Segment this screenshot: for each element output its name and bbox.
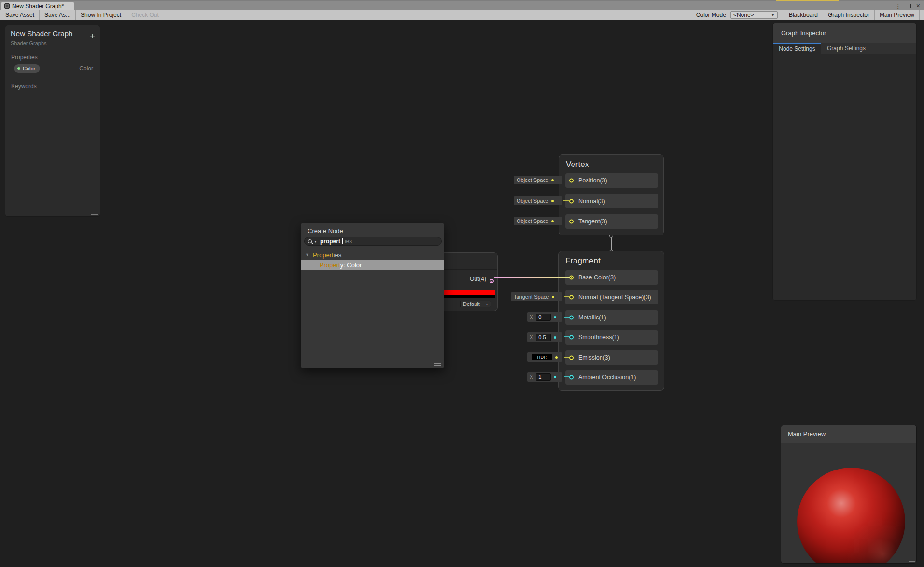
group-match-text: Propert: [313, 251, 334, 259]
color-mode-dropdown[interactable]: <None> ▼: [730, 11, 778, 19]
property-pill-label: Color: [23, 66, 35, 71]
search-filter-chevron-icon[interactable]: ▼: [314, 240, 317, 243]
blackboard-header[interactable]: New Shader Graph Shader Graphs +: [5, 25, 100, 50]
search-suggestion-text: ies: [345, 238, 352, 245]
edge-color-to-basecolor[interactable]: [494, 277, 570, 278]
chip-label: Tangent Space: [514, 294, 549, 300]
slot-label: Normal (Tangent Space)(3): [578, 294, 651, 301]
add-property-button[interactable]: +: [90, 31, 95, 41]
node-search-input[interactable]: ▼ properties: [304, 237, 442, 246]
x-label: X: [530, 334, 533, 340]
chip-connector: [563, 180, 569, 180]
foldout-arrow-icon[interactable]: ▼: [305, 252, 309, 257]
port-position[interactable]: [569, 179, 574, 183]
window-menu-icon[interactable]: ⋮: [895, 3, 901, 9]
preview-sphere[interactable]: [797, 468, 905, 564]
text-cursor: [342, 238, 343, 244]
maximize-icon[interactable]: [907, 4, 911, 8]
chip-dot-icon: [554, 316, 556, 318]
save-asset-button[interactable]: Save Asset: [0, 10, 40, 20]
chip-dot-icon: [551, 220, 554, 222]
tree-group-properties[interactable]: ▼ Properties: [301, 249, 444, 260]
port-metallic[interactable]: [569, 316, 574, 320]
item-rest-text: y: Color: [340, 262, 362, 269]
vertex-master-node[interactable]: Vertex Position(3) Normal(3) Tangent(3): [559, 154, 664, 235]
port-emission[interactable]: [569, 356, 574, 360]
main-preview-title: Main Preview: [788, 430, 826, 438]
port-ambient-occlusion[interactable]: [569, 375, 574, 380]
hdr-color-swatch[interactable]: HDR: [532, 354, 552, 360]
main-preview-header[interactable]: Main Preview: [781, 425, 916, 443]
port-normal-ts[interactable]: [569, 295, 574, 300]
keywords-section-label: Keywords: [5, 79, 100, 90]
chevron-down-icon: ▼: [771, 13, 775, 17]
default-chip-smoothness[interactable]: X 0.5: [527, 332, 562, 342]
main-preview-panel: Main Preview: [781, 425, 917, 564]
save-as-button[interactable]: Save As...: [40, 10, 76, 20]
blackboard-panel: New Shader Graph Shader Graphs + Propert…: [5, 25, 100, 217]
default-chip-object-space[interactable]: Object Space: [514, 196, 562, 205]
chip-connector: [564, 296, 569, 297]
default-chip-object-space[interactable]: Object Space: [514, 217, 562, 225]
document-tab[interactable]: New Shader Graph*: [1, 2, 74, 10]
slot-emission: Emission(3): [565, 350, 658, 365]
chevron-down-icon: ▼: [485, 303, 489, 306]
tab-node-settings[interactable]: Node Settings: [773, 43, 821, 54]
titlebar: New Shader Graph* ⋮ ×: [0, 1, 924, 10]
tab-graph-settings[interactable]: Graph Settings: [821, 43, 871, 54]
default-chip-tangent-space[interactable]: Tangent Space: [511, 292, 562, 301]
x-label: X: [530, 374, 533, 380]
slot-normal: Normal(3): [565, 194, 658, 208]
chip-connector: [564, 376, 569, 377]
default-chip-object-space[interactable]: Object Space: [514, 176, 562, 184]
smoothness-value-field[interactable]: 0.5: [536, 334, 551, 341]
property-type-label: Color: [79, 65, 93, 72]
group-rest-text: ies: [334, 251, 342, 259]
port-smoothness[interactable]: [569, 335, 574, 340]
preview-resize-handle[interactable]: [909, 561, 915, 562]
graph-inspector-header[interactable]: Graph Inspector: [773, 23, 916, 43]
slot-base-color: Base Color(3): [565, 270, 658, 285]
main-preview-toggle-button[interactable]: Main Preview: [874, 10, 920, 20]
property-pill-color[interactable]: Color: [14, 64, 40, 73]
graph-inspector-toggle-button[interactable]: Graph Inspector: [823, 10, 874, 20]
inspector-tab-bar: Node Settings Graph Settings: [773, 43, 916, 54]
ambient-occlusion-value-field[interactable]: 1: [536, 373, 551, 381]
port-tangent[interactable]: [569, 220, 574, 224]
chip-connector: [564, 336, 569, 337]
metallic-value-field[interactable]: 0: [536, 314, 551, 321]
dialog-resize-handle[interactable]: [434, 365, 441, 366]
slot-smoothness: Smoothness(1): [565, 330, 658, 345]
stack-connector-line: [611, 237, 612, 250]
color-mode-label: Color Mode: [696, 12, 730, 18]
chip-dot-icon: [551, 200, 554, 202]
slot-label: Position(3): [578, 177, 607, 184]
port-normal[interactable]: [569, 199, 574, 204]
slot-tangent: Tangent(3): [565, 214, 658, 229]
document-title: New Shader Graph*: [12, 3, 64, 10]
color-mode-default-dropdown[interactable]: Default ▼: [460, 301, 491, 307]
chip-connector: [563, 221, 569, 221]
check-out-button[interactable]: Check Out: [126, 10, 164, 20]
close-icon[interactable]: ×: [916, 2, 920, 9]
blackboard-toggle-button[interactable]: Blackboard: [784, 10, 823, 20]
slot-label: Metallic(1): [578, 314, 606, 321]
slot-label: Ambient Occlusion(1): [578, 374, 636, 381]
fragment-master-node[interactable]: Fragment Base Color(3) Normal (Tangent S…: [558, 251, 664, 391]
blackboard-resize-handle[interactable]: [91, 214, 98, 215]
color-mode-default-value: Default: [463, 301, 480, 307]
blackboard-title: New Shader Graph: [11, 29, 95, 38]
default-chip-ambient-occlusion[interactable]: X 1: [527, 372, 562, 382]
chip-connector: [564, 317, 569, 318]
show-in-project-button[interactable]: Show In Project: [76, 10, 126, 20]
chip-label: Object Space: [517, 177, 548, 183]
default-chip-emission[interactable]: HDR: [527, 352, 562, 362]
port-out-vector4[interactable]: [490, 279, 494, 283]
tree-item-property-color[interactable]: Property: Color: [301, 260, 444, 270]
blackboard-subtitle: Shader Graphs: [11, 41, 95, 46]
graph-inspector-title: Graph Inspector: [781, 29, 826, 37]
chip-connector: [563, 200, 569, 201]
item-match-text: Propert: [320, 262, 340, 269]
inspector-body: [773, 54, 916, 301]
default-chip-metallic[interactable]: X 0: [527, 312, 562, 322]
